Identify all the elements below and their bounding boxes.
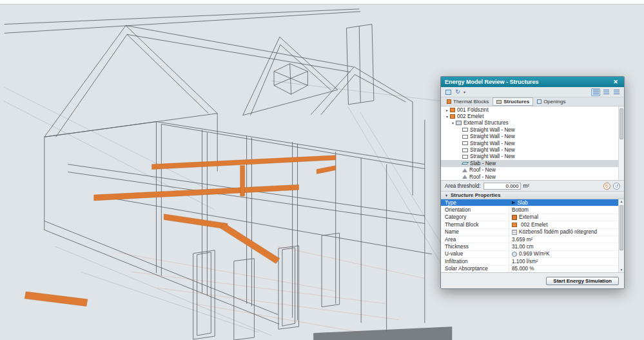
chevron-down-icon[interactable] — [463, 90, 465, 94]
slab-type-icon — [512, 200, 515, 205]
tree-item-wall[interactable]: Straight Wall - New — [441, 146, 624, 153]
scroll-up-icon[interactable] — [619, 199, 624, 204]
property-row-area[interactable]: Area 3.659 m² — [441, 236, 618, 243]
property-row-thickness[interactable]: Thickness 31.00 cm — [441, 243, 618, 250]
tree-item-label: Slab - New — [470, 161, 496, 166]
structure-properties-title: Structure Properties — [451, 192, 500, 198]
scroll-down-icon[interactable] — [619, 268, 624, 272]
property-row-u-value[interactable]: U-value 0.969 W/m²K — [441, 251, 618, 258]
structure-properties-header[interactable]: Structure Properties — [441, 192, 624, 199]
tab-label: Thermal Blocks — [453, 99, 489, 105]
dialog-tabs: Thermal Blocks Structures Openings — [441, 97, 624, 106]
view-toggle-group — [591, 88, 621, 96]
property-value: 002 Emelet — [521, 222, 547, 228]
property-value: 0.969 W/m²K — [519, 251, 550, 257]
property-name: Area — [441, 236, 509, 243]
tree-item-wall[interactable]: Straight Wall - New — [441, 126, 624, 133]
tree-item-label: Straight Wall - New — [470, 147, 515, 153]
dialog-titlebar[interactable]: Energy Model Review - Structures ✕ — [441, 77, 624, 87]
property-name: Thermal Block — [441, 221, 509, 228]
revert-icon[interactable] — [613, 183, 620, 190]
property-name: Name — [441, 229, 509, 235]
energy-model-review-dialog: Energy Model Review - Structures ✕ Therm… — [440, 76, 625, 289]
tab-openings[interactable]: Openings — [533, 97, 569, 106]
tree-item-storey[interactable]: 002 Emelet — [441, 113, 624, 119]
wall-icon — [462, 135, 468, 139]
start-energy-simulation-button[interactable]: Start Energy Simulation — [546, 277, 619, 285]
collapse-icon[interactable] — [450, 121, 456, 125]
wall-icon — [462, 141, 468, 145]
category-swatch-icon — [512, 215, 517, 220]
property-row-category[interactable]: Category External — [441, 214, 618, 221]
expand-icon[interactable] — [444, 108, 450, 112]
house-icon — [445, 90, 451, 95]
tree-item-label: Straight Wall - New — [470, 141, 515, 146]
tree-scrollbar[interactable] — [618, 106, 624, 180]
tree-item-label: Roof - New — [469, 174, 496, 180]
property-value: Bottom — [512, 207, 529, 213]
property-row-orientation[interactable]: Orientation Bottom — [441, 206, 618, 214]
property-value: 1.100 l/sm² — [512, 259, 538, 265]
tree-item-label: External Structures — [463, 120, 509, 126]
tree-item-label: Roof - New — [469, 167, 496, 173]
slab-icon — [462, 162, 469, 165]
tab-label: Openings — [543, 99, 565, 105]
tree-item-storey[interactable]: 001 Földszint — [441, 106, 624, 113]
tree-item-wall[interactable]: Straight Wall - New — [441, 134, 624, 140]
update-icon[interactable] — [603, 183, 610, 190]
tree-item-label: Straight Wall - New — [470, 127, 515, 133]
tree-item-wall[interactable]: Straight Wall - New — [441, 154, 624, 160]
window-top-edge — [0, 0, 644, 5]
collapse-icon[interactable] — [444, 193, 449, 197]
refresh-icon — [455, 89, 460, 95]
storey-icon — [450, 114, 455, 119]
property-name: Infiltration — [441, 258, 509, 265]
detail-view-icon[interactable] — [612, 88, 621, 96]
property-row-solar-absorptance[interactable]: Solar Absorptance 85.000 % — [441, 266, 618, 273]
tree-item-label: 001 Földszint — [457, 107, 489, 113]
collapse-icon[interactable] — [444, 114, 450, 119]
area-threshold-label: Area threshold: — [445, 183, 481, 189]
property-row-thermal-block[interactable]: Thermal Block 002 Emelet — [441, 221, 618, 228]
wall-icon — [462, 155, 468, 159]
tree-item-group[interactable]: External Structures — [441, 120, 624, 126]
dialog-footer: Start Energy Simulation — [441, 273, 624, 288]
tree-item-roof[interactable]: Roof - New — [441, 174, 624, 180]
property-row-name[interactable]: Name Közbenső födém padló rétegrend — [441, 229, 618, 236]
wall-icon — [496, 100, 502, 104]
property-value: Slab — [517, 200, 527, 206]
property-name: Type — [441, 199, 509, 206]
tab-structures[interactable]: Structures — [493, 97, 533, 106]
tree-item-roof[interactable]: Roof - New — [441, 167, 624, 174]
tree-item-label: Straight Wall - New — [470, 154, 515, 159]
scrollbar-thumb[interactable] — [620, 205, 623, 250]
tree-view-icon[interactable] — [591, 88, 600, 96]
roof-icon — [462, 168, 467, 172]
property-value: 85.000 % — [512, 266, 534, 272]
area-threshold-unit: m² — [523, 183, 530, 189]
folder-icon — [456, 121, 462, 125]
property-row-type[interactable]: Type Slab — [441, 199, 618, 206]
cube-icon — [447, 99, 451, 104]
property-value: 3.659 m² — [512, 237, 532, 243]
tab-thermal-blocks[interactable]: Thermal Blocks — [443, 97, 493, 106]
area-threshold-input[interactable] — [483, 183, 521, 190]
tree-item-wall[interactable]: Straight Wall - New — [441, 140, 624, 146]
properties-scrollbar[interactable] — [618, 199, 624, 272]
property-name: Orientation — [441, 206, 509, 213]
list-view-icon[interactable] — [601, 88, 610, 96]
tree-item-slab[interactable]: Slab - New — [441, 160, 624, 166]
refresh-model-icon[interactable] — [454, 88, 462, 95]
property-name: Solar Absorptance — [441, 266, 509, 272]
property-row-infiltration[interactable]: Infiltration 1.100 l/sm² — [441, 258, 618, 265]
tab-label: Structures — [503, 99, 529, 105]
property-name: U-value — [441, 251, 509, 257]
close-icon[interactable]: ✕ — [611, 79, 620, 85]
model-display-icon[interactable] — [444, 88, 452, 95]
window-icon — [537, 99, 542, 104]
property-name: Thickness — [441, 243, 509, 250]
storey-icon — [512, 223, 517, 227]
u-value-icon — [512, 252, 517, 257]
structure-properties-table: Type Slab Orientation Bottom Category Ex… — [441, 199, 624, 273]
scrollbar-thumb[interactable] — [620, 108, 623, 139]
